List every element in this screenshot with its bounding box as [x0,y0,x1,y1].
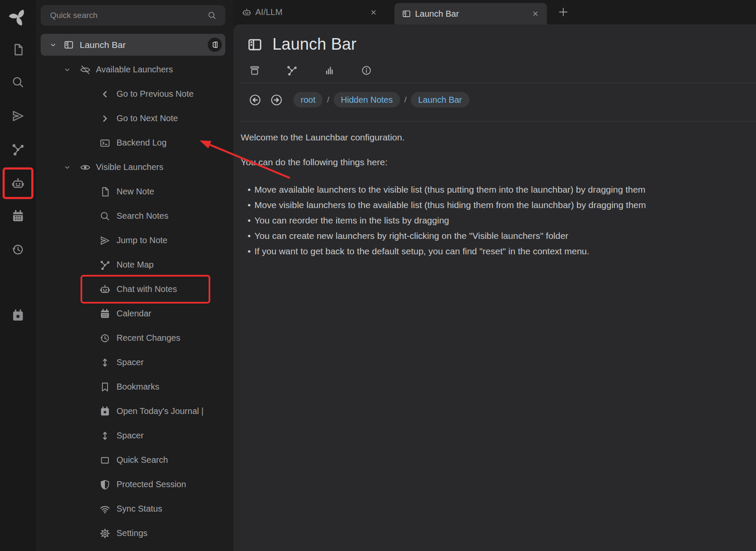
close-icon[interactable] [370,9,377,16]
tree-item-label: Note Map [117,260,154,270]
archive-icon[interactable] [249,65,260,76]
note-title[interactable]: Launch Bar [272,35,356,54]
breadcrumb-separator: / [404,95,406,104]
tree-item-label: Spacer [117,431,143,441]
bullet-dot: • [248,182,254,197]
breadcrumb-item-hidden-notes[interactable]: Hidden Notes [334,92,400,107]
calendar-icon[interactable] [11,209,25,223]
bullet-item: •You can create new launchers by right-c… [248,228,646,244]
history-forward-button[interactable] [270,93,283,107]
tree-item-visible-launchers[interactable]: Visible Launchers [36,155,233,179]
tree-item-new-note[interactable]: New Note [36,179,233,204]
tree-item-spacer[interactable]: Spacer [36,350,233,375]
tree-item-search-notes[interactable]: Search Notes [36,204,233,228]
subtitle-text: You can do the following things here: [241,157,387,167]
activity-bar [0,0,36,551]
tree-item-go-to-previous-note[interactable]: Go to Previous Note [36,82,233,106]
chart-icon[interactable] [323,65,335,76]
tree-item-protected-session[interactable]: Protected Session [36,472,233,497]
jump-to-note-icon [99,235,111,246]
tree-item-settings[interactable]: Settings [36,521,233,545]
eye-icon [80,162,91,173]
tree-item-backend-log[interactable]: Backend Log [36,131,233,155]
tree-item-bookmarks[interactable]: Bookmarks [36,375,233,399]
chevron-down-icon[interactable] [63,66,71,74]
new-note-icon[interactable] [11,43,25,57]
main-area: AI/LLM Launch Bar [233,0,756,551]
bullet-text: Move available launchers to the visible … [254,185,645,194]
divider [240,83,756,83]
bookmark-icon [99,381,111,393]
tree-item-label: Quick Search [117,455,168,465]
tree-item-label: Backend Log [117,138,167,148]
trilium-app-window: Launch Bar Available LaunchersGo to Prev… [0,0,756,551]
quick-search-input[interactable] [41,11,207,20]
bullet-text: You can reorder the items in the lists b… [254,215,449,225]
tree-item-note-map[interactable]: Note Map [36,253,233,277]
chevron-down-icon[interactable] [63,164,71,171]
chevron-right-icon [99,113,111,124]
recent-changes-icon[interactable] [11,243,25,256]
chevron-left-icon [99,89,111,100]
note-map-icon [99,259,111,271]
tree-item-label: Protected Session [117,480,186,489]
new-tab-button[interactable] [557,6,569,18]
tree-item-label: Chat with Notes [117,284,177,294]
terminal-icon [99,137,111,149]
tree-item-chat-with-notes[interactable]: Chat with Notes [36,277,233,301]
tree-item-label: Visible Launchers [96,162,164,172]
tree-item-label: Launch Bar [80,40,126,50]
close-icon[interactable] [532,10,539,18]
tree-item-launch-bar[interactable]: Launch Bar [41,34,225,56]
search-icon[interactable] [11,75,25,89]
tree-item-label: Jump to Note [117,235,167,245]
tree-item-jump-to-note[interactable]: Jump to Note [36,228,233,253]
launchbar-icon [63,39,74,50]
launchbar-icon [247,36,263,53]
search-icon [99,211,111,222]
chat-with-notes-icon[interactable] [11,177,25,191]
tree-item-label: Open Today's Journal | [117,406,203,416]
tree-item-calendar[interactable]: Calendar [36,301,233,326]
breadcrumb-item-root[interactable]: root [293,92,323,107]
tab-label: Launch Bar [415,9,459,19]
chat-with-notes-icon [242,8,251,17]
breadcrumb-item-launch-bar[interactable]: Launch Bar [411,92,469,107]
tree-item-label: Settings [117,528,147,538]
tree-item-available-launchers[interactable]: Available Launchers [36,57,233,82]
tree-item-label: Available Launchers [96,65,173,74]
jump-to-note-icon[interactable] [11,109,25,123]
bullet-dot: • [248,213,254,228]
tree-item-label: Spacer [117,357,143,367]
tab-ai-llm[interactable]: AI/LLM [233,0,388,24]
tree-item-label: Sync Status [117,504,162,514]
info-icon[interactable] [361,65,372,76]
wifi-icon [99,503,111,515]
spacer-icon [99,430,111,441]
tree-item-label: Recent Changes [117,333,180,343]
tab-launch-bar[interactable]: Launch Bar [394,3,547,24]
bullet-list: •Move available launchers to the visible… [248,182,646,259]
chevron-down-icon[interactable] [49,41,57,49]
tree-item-spacer[interactable]: Spacer [36,423,233,448]
bullet-item: •Move visible launchers to the available… [248,197,646,213]
tree-item-open-today-s-journal[interactable]: Open Today's Journal | [36,399,233,423]
history-back-button[interactable] [248,93,262,107]
note-map-icon[interactable] [11,143,25,156]
tree-item-sync-status[interactable]: Sync Status [36,497,233,521]
tree-item-label: Calendar [117,309,151,319]
eye-off-icon [80,64,91,75]
chat-with-notes-icon [99,284,111,295]
note-map-icon[interactable] [286,65,298,76]
breadcrumb-separator: / [327,95,329,104]
tree-item-quick-search[interactable]: Quick Search [36,448,233,472]
breadcrumb: root/Hidden Notes/Launch Bar [248,89,469,111]
todays-journal-icon[interactable] [11,309,25,322]
tree-item-label: New Note [117,187,154,197]
divider [240,121,756,122]
hoist-badge[interactable] [208,38,222,52]
search-icon[interactable] [207,11,217,20]
tree-item-go-to-next-note[interactable]: Go to Next Note [36,106,233,131]
bullet-dot: • [248,197,254,213]
tree-item-recent-changes[interactable]: Recent Changes [36,326,233,350]
